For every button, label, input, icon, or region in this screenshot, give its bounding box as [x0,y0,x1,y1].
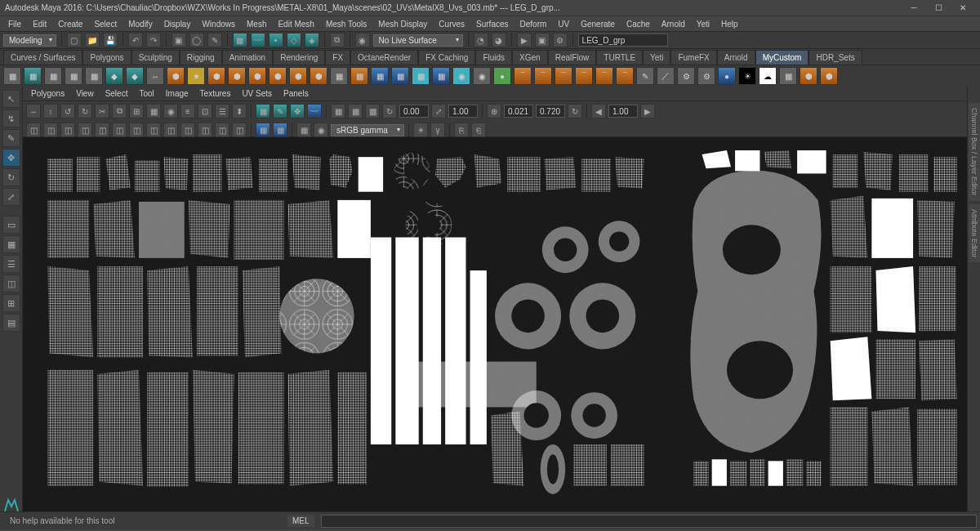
shelf-tab-realflow[interactable]: RealFlow [548,50,597,65]
uv-orient-icon[interactable]: ⬍ [232,104,247,118]
uv-rot-field[interactable] [399,105,429,118]
uv-gamma-icon[interactable]: γ [430,123,445,137]
snap-plane-icon[interactable]: ◇ [287,33,301,47]
shelf-btn-9[interactable]: ⬢ [167,67,185,85]
menu-mesh-display[interactable]: Mesh Display [373,18,432,30]
menu-cache[interactable]: Cache [621,18,655,30]
uv-rgb-icon[interactable]: ◉ [314,123,328,137]
shelf-tab-rigging[interactable]: Rigging [180,50,222,65]
uv-snap-icon[interactable]: ⊡ [198,104,212,118]
uv-dim-icon[interactable]: ▦ [296,123,311,137]
uv-tool-j-icon[interactable]: ◫ [180,123,195,137]
shelf-btn-18[interactable]: ▦ [350,67,368,85]
shelf-tab-octane[interactable]: OctaneRender [350,50,418,65]
shelf-tab-animation[interactable]: Animation [222,50,273,65]
minimize-button[interactable]: ─ [902,1,926,16]
shelf-btn-1[interactable]: ▦ [3,67,21,85]
render-settings-icon[interactable]: ⚙ [553,33,568,47]
shelf-btn-22[interactable]: ▦ [432,67,450,85]
snap-grid-icon[interactable]: ▦ [233,33,247,47]
symmetry-icon[interactable]: ⧉ [330,33,345,47]
uv-tool-g-icon[interactable]: ◫ [129,123,144,137]
redo-icon[interactable]: ↷ [146,33,161,47]
uv-optimize-icon[interactable]: ◉ [163,104,178,118]
menu-surfaces[interactable]: Surfaces [471,18,513,30]
shelf-btn-33[interactable]: ／ [657,67,675,85]
uv-rotate-cw-icon[interactable]: ↻ [78,104,92,118]
shelf-btn-28[interactable]: ⌒ [555,67,572,85]
workspace-dropdown[interactable]: Modeling [3,34,56,47]
uv-tool-l-icon[interactable]: ◫ [215,123,229,137]
uv-smudge-icon[interactable]: ✎ [273,104,287,118]
uv-spin-left-icon[interactable]: ◀ [591,104,606,118]
open-scene-icon[interactable]: 📁 [85,33,100,47]
rotate-tool-icon[interactable]: ↻ [2,168,20,186]
layout-persp-icon[interactable]: ◫ [2,274,20,292]
shelf-tab-hdrsets[interactable]: HDR_Sets [808,50,862,65]
uv-shade-a-icon[interactable]: ▦ [256,123,270,137]
shelf-btn-30[interactable]: ⌒ [595,67,613,85]
save-scene-icon[interactable]: 💾 [103,33,118,47]
new-scene-icon[interactable]: ▢ [67,33,82,47]
shelf-btn-37[interactable]: ☀ [738,67,756,85]
shelf-btn-3[interactable]: ▦ [44,67,62,85]
shelf-btn-41[interactable]: ⬢ [820,67,838,85]
shelf-tab-yeti[interactable]: Yeti [643,50,670,65]
paint-select-icon[interactable]: ✎ [207,33,222,47]
shelf-btn-21[interactable]: ▦ [412,67,430,85]
shelf-tab-turtle[interactable]: TURTLE [596,50,643,65]
uv-exposure-icon[interactable]: ☀ [413,123,428,137]
shelf-btn-36[interactable]: ● [718,67,736,85]
panel-menu-image[interactable]: Image [161,87,194,100]
uv-u-field[interactable] [504,105,533,118]
menu-yeti[interactable]: Yeti [692,18,715,30]
panel-menu-panels[interactable]: Panels [278,87,314,100]
shelf-btn-5[interactable]: ▦ [85,67,103,85]
shelf-btn-11[interactable]: ⬢ [207,67,225,85]
lasso-icon[interactable]: ◯ [189,33,204,47]
move-tool-icon[interactable]: ✥ [2,149,20,167]
snap-curve-icon[interactable]: 〰 [251,33,265,47]
close-button[interactable]: ✕ [951,1,975,16]
uv-cut-icon[interactable]: ✂ [95,104,109,118]
attribute-editor-tab[interactable]: Attribute Editor [969,204,980,263]
shelf-tab-fluids[interactable]: Fluids [475,50,512,65]
uv-flip-v-icon[interactable]: ↕ [43,104,58,118]
uv-tool-a-icon[interactable]: ◫ [26,123,41,137]
command-line-input[interactable] [321,515,977,528]
shelf-btn-34[interactable]: ⚙ [677,67,695,85]
uv-grid-icon[interactable]: ▦ [331,104,345,118]
layout-outliner-icon[interactable]: ☰ [2,255,20,273]
menu-mesh-tools[interactable]: Mesh Tools [321,18,372,30]
shelf-tab-fumefx[interactable]: FumeFX [670,50,716,65]
live-surface-icon[interactable]: ◉ [355,33,370,47]
shelf-tab-rendering[interactable]: Rendering [273,50,325,65]
shelf-btn-8[interactable]: ↔ [146,67,164,85]
uv-rotate-ccw-icon[interactable]: ↺ [60,104,75,118]
menu-arnold[interactable]: Arnold [657,18,690,30]
layout-uv-icon[interactable]: ▤ [2,314,20,332]
uv-tool-h-icon[interactable]: ◫ [146,123,161,137]
uv-tool-f-icon[interactable]: ◫ [112,123,127,137]
maximize-button[interactable]: ☐ [926,1,951,16]
uv-smooth-icon[interactable]: 〰 [307,104,322,118]
uv-tool-k-icon[interactable]: ◫ [198,123,212,137]
uv-tool-m-icon[interactable]: ◫ [232,123,247,137]
menu-windows[interactable]: Windows [197,18,240,30]
shelf-btn-23[interactable]: ◉ [452,67,470,85]
uv-checker-icon[interactable]: ▩ [365,104,380,118]
shelf-tab-polygons[interactable]: Polygons [82,50,131,65]
uv-flip-u-icon[interactable]: ↔ [26,104,41,118]
live-surface-dropdown[interactable]: No Live Surface [373,34,463,47]
mel-label[interactable]: MEL [287,515,314,527]
menu-generate[interactable]: Generate [576,18,620,30]
menu-help[interactable]: Help [716,18,743,30]
menu-curves[interactable]: Curves [434,18,470,30]
shelf-btn-40[interactable]: ⬢ [800,67,817,85]
menu-display[interactable]: Display [159,18,196,30]
uv-spin-field[interactable] [608,105,638,118]
render-icon[interactable]: ▶ [517,33,532,47]
menu-edit[interactable]: Edit [28,18,51,30]
shelf-btn-29[interactable]: ⌒ [575,67,593,85]
select-tool-icon[interactable]: ↖ [2,90,20,108]
